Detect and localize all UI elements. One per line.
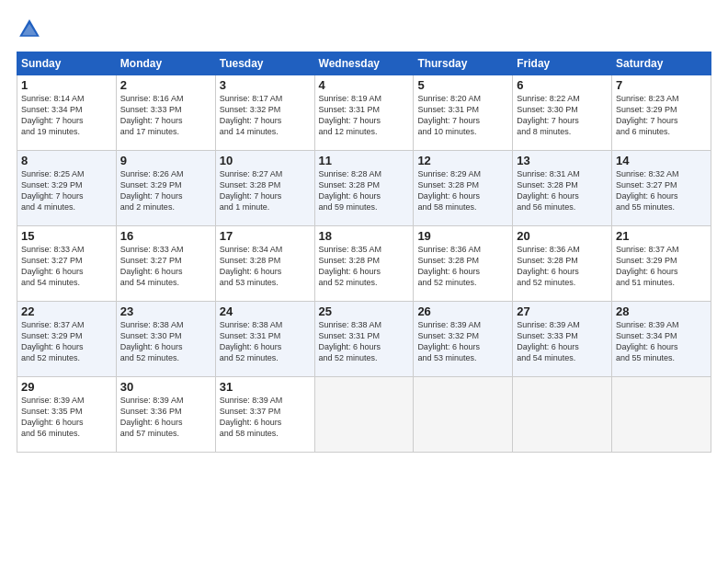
- day-info: Sunrise: 8:39 AM Sunset: 3:33 PM Dayligh…: [517, 319, 608, 364]
- day-number: 29: [21, 380, 112, 394]
- week-row-5: 29Sunrise: 8:39 AM Sunset: 3:35 PM Dayli…: [17, 377, 711, 453]
- day-number: 8: [21, 154, 112, 167]
- day-info: Sunrise: 8:20 AM Sunset: 3:31 PM Dayligh…: [417, 93, 508, 138]
- col-header-thursday: Thursday: [414, 52, 513, 75]
- page: SundayMondayTuesdayWednesdayThursdayFrid…: [0, 0, 728, 563]
- logo: [17, 17, 46, 42]
- week-row-3: 15Sunrise: 8:33 AM Sunset: 3:27 PM Dayli…: [17, 226, 711, 302]
- day-info: Sunrise: 8:23 AM Sunset: 3:29 PM Dayligh…: [616, 93, 707, 138]
- header: [17, 17, 711, 42]
- day-cell: 14Sunrise: 8:32 AM Sunset: 3:27 PM Dayli…: [612, 151, 711, 226]
- day-number: 15: [21, 229, 112, 243]
- day-info: Sunrise: 8:38 AM Sunset: 3:31 PM Dayligh…: [220, 319, 311, 364]
- day-cell: 3Sunrise: 8:17 AM Sunset: 3:32 PM Daylig…: [215, 75, 314, 151]
- day-number: 14: [616, 154, 707, 167]
- day-info: Sunrise: 8:34 AM Sunset: 3:28 PM Dayligh…: [220, 244, 311, 289]
- day-number: 24: [220, 304, 311, 318]
- day-number: 4: [319, 78, 410, 92]
- day-number: 6: [517, 78, 608, 92]
- day-number: 20: [517, 229, 608, 243]
- day-info: Sunrise: 8:36 AM Sunset: 3:28 PM Dayligh…: [517, 244, 608, 289]
- day-number: 27: [517, 304, 608, 318]
- day-info: Sunrise: 8:37 AM Sunset: 3:29 PM Dayligh…: [616, 244, 707, 289]
- day-cell: 16Sunrise: 8:33 AM Sunset: 3:27 PM Dayli…: [116, 226, 215, 302]
- day-info: Sunrise: 8:39 AM Sunset: 3:32 PM Dayligh…: [417, 319, 508, 364]
- day-info: Sunrise: 8:28 AM Sunset: 3:28 PM Dayligh…: [319, 168, 410, 213]
- day-info: Sunrise: 8:33 AM Sunset: 3:27 PM Dayligh…: [120, 244, 211, 289]
- header-row: SundayMondayTuesdayWednesdayThursdayFrid…: [17, 52, 711, 75]
- day-info: Sunrise: 8:36 AM Sunset: 3:28 PM Dayligh…: [417, 244, 508, 289]
- day-number: 17: [220, 229, 311, 243]
- day-number: 30: [120, 380, 211, 394]
- day-info: Sunrise: 8:29 AM Sunset: 3:28 PM Dayligh…: [417, 168, 508, 213]
- day-info: Sunrise: 8:39 AM Sunset: 3:35 PM Dayligh…: [21, 395, 112, 440]
- day-cell: [414, 377, 513, 453]
- day-cell: 4Sunrise: 8:19 AM Sunset: 3:31 PM Daylig…: [314, 75, 414, 151]
- col-header-friday: Friday: [513, 52, 612, 75]
- calendar-table: SundayMondayTuesdayWednesdayThursdayFrid…: [17, 52, 711, 453]
- day-number: 1: [21, 78, 112, 92]
- day-number: 28: [616, 304, 707, 318]
- day-info: Sunrise: 8:16 AM Sunset: 3:33 PM Dayligh…: [120, 93, 211, 138]
- day-number: 10: [220, 154, 311, 167]
- day-info: Sunrise: 8:27 AM Sunset: 3:28 PM Dayligh…: [220, 168, 311, 213]
- day-cell: 18Sunrise: 8:35 AM Sunset: 3:28 PM Dayli…: [314, 226, 414, 302]
- day-info: Sunrise: 8:26 AM Sunset: 3:29 PM Dayligh…: [120, 168, 211, 213]
- day-cell: 29Sunrise: 8:39 AM Sunset: 3:35 PM Dayli…: [17, 377, 117, 453]
- day-info: Sunrise: 8:17 AM Sunset: 3:32 PM Dayligh…: [220, 93, 311, 138]
- day-info: Sunrise: 8:32 AM Sunset: 3:27 PM Dayligh…: [616, 168, 707, 213]
- col-header-wednesday: Wednesday: [314, 52, 414, 75]
- day-info: Sunrise: 8:14 AM Sunset: 3:34 PM Dayligh…: [21, 93, 112, 138]
- day-info: Sunrise: 8:39 AM Sunset: 3:34 PM Dayligh…: [616, 319, 707, 364]
- day-number: 7: [616, 78, 707, 92]
- day-cell: 25Sunrise: 8:38 AM Sunset: 3:31 PM Dayli…: [314, 302, 414, 377]
- col-header-tuesday: Tuesday: [215, 52, 314, 75]
- day-cell: 28Sunrise: 8:39 AM Sunset: 3:34 PM Dayli…: [612, 302, 711, 377]
- week-row-4: 22Sunrise: 8:37 AM Sunset: 3:29 PM Dayli…: [17, 302, 711, 377]
- day-cell: 31Sunrise: 8:39 AM Sunset: 3:37 PM Dayli…: [215, 377, 314, 453]
- day-info: Sunrise: 8:25 AM Sunset: 3:29 PM Dayligh…: [21, 168, 112, 213]
- day-number: 26: [417, 304, 508, 318]
- day-number: 31: [220, 380, 311, 394]
- day-cell: 10Sunrise: 8:27 AM Sunset: 3:28 PM Dayli…: [215, 151, 314, 226]
- day-number: 12: [417, 154, 508, 167]
- day-cell: 1Sunrise: 8:14 AM Sunset: 3:34 PM Daylig…: [17, 75, 117, 151]
- day-cell: 30Sunrise: 8:39 AM Sunset: 3:36 PM Dayli…: [116, 377, 215, 453]
- day-cell: 22Sunrise: 8:37 AM Sunset: 3:29 PM Dayli…: [17, 302, 117, 377]
- day-info: Sunrise: 8:38 AM Sunset: 3:30 PM Dayligh…: [120, 319, 211, 364]
- day-info: Sunrise: 8:33 AM Sunset: 3:27 PM Dayligh…: [21, 244, 112, 289]
- day-number: 21: [616, 229, 707, 243]
- day-cell: 12Sunrise: 8:29 AM Sunset: 3:28 PM Dayli…: [414, 151, 513, 226]
- day-info: Sunrise: 8:31 AM Sunset: 3:28 PM Dayligh…: [517, 168, 608, 213]
- day-number: 23: [120, 304, 211, 318]
- day-number: 3: [220, 78, 311, 92]
- day-cell: [612, 377, 711, 453]
- day-info: Sunrise: 8:19 AM Sunset: 3:31 PM Dayligh…: [319, 93, 410, 138]
- day-cell: 23Sunrise: 8:38 AM Sunset: 3:30 PM Dayli…: [116, 302, 215, 377]
- day-number: 11: [319, 154, 410, 167]
- day-number: 5: [417, 78, 508, 92]
- day-info: Sunrise: 8:22 AM Sunset: 3:30 PM Dayligh…: [517, 93, 608, 138]
- day-cell: 2Sunrise: 8:16 AM Sunset: 3:33 PM Daylig…: [116, 75, 215, 151]
- day-number: 25: [319, 304, 410, 318]
- day-info: Sunrise: 8:39 AM Sunset: 3:36 PM Dayligh…: [120, 395, 211, 440]
- day-cell: 8Sunrise: 8:25 AM Sunset: 3:29 PM Daylig…: [17, 151, 117, 226]
- day-cell: 24Sunrise: 8:38 AM Sunset: 3:31 PM Dayli…: [215, 302, 314, 377]
- day-cell: 5Sunrise: 8:20 AM Sunset: 3:31 PM Daylig…: [414, 75, 513, 151]
- day-cell: 9Sunrise: 8:26 AM Sunset: 3:29 PM Daylig…: [116, 151, 215, 226]
- logo-icon: [17, 17, 42, 42]
- day-cell: 27Sunrise: 8:39 AM Sunset: 3:33 PM Dayli…: [513, 302, 612, 377]
- col-header-sunday: Sunday: [17, 52, 117, 75]
- day-info: Sunrise: 8:38 AM Sunset: 3:31 PM Dayligh…: [319, 319, 410, 364]
- day-info: Sunrise: 8:35 AM Sunset: 3:28 PM Dayligh…: [319, 244, 410, 289]
- day-cell: 26Sunrise: 8:39 AM Sunset: 3:32 PM Dayli…: [414, 302, 513, 377]
- day-cell: 21Sunrise: 8:37 AM Sunset: 3:29 PM Dayli…: [612, 226, 711, 302]
- day-number: 9: [120, 154, 211, 167]
- day-number: 19: [417, 229, 508, 243]
- day-cell: 6Sunrise: 8:22 AM Sunset: 3:30 PM Daylig…: [513, 75, 612, 151]
- day-number: 22: [21, 304, 112, 318]
- day-number: 13: [517, 154, 608, 167]
- day-cell: [314, 377, 414, 453]
- day-cell: 15Sunrise: 8:33 AM Sunset: 3:27 PM Dayli…: [17, 226, 117, 302]
- day-cell: 19Sunrise: 8:36 AM Sunset: 3:28 PM Dayli…: [414, 226, 513, 302]
